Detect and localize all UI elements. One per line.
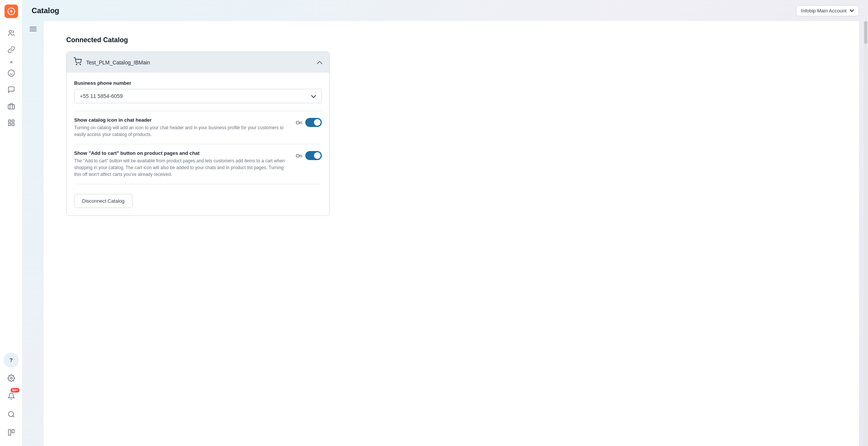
scrollbar-thumb [864, 21, 867, 44]
add-to-cart-toggle-switch[interactable] [305, 151, 322, 160]
svg-point-0 [9, 31, 12, 33]
catalog-icon-toggle-row: Show catalog icon in chat header Turning… [74, 117, 322, 138]
add-to-cart-toggle-text: Show "Add to cart" button on product pag… [74, 150, 290, 178]
help-icon[interactable]: ? [4, 353, 19, 368]
search-icon[interactable] [4, 407, 19, 422]
svg-rect-7 [8, 124, 11, 126]
add-to-cart-toggle-desc: The "Add to cart" button will be availab… [74, 157, 290, 178]
svg-rect-5 [8, 120, 11, 122]
panels-icon[interactable] [4, 425, 19, 440]
svg-rect-6 [12, 120, 14, 122]
app-logo[interactable] [5, 5, 18, 18]
sidebar-bottom: ? 99+ [4, 353, 19, 441]
hamburger-menu[interactable] [23, 21, 44, 446]
catalog-chevron-icon [317, 59, 323, 66]
svg-rect-4 [8, 105, 14, 109]
catalog-header[interactable]: Test_PLM_Catalog_IBMain [67, 52, 329, 73]
catalog-icon-toggle-control: On [296, 117, 322, 127]
catalog-icon-toggle-switch[interactable] [305, 118, 322, 127]
cart-icon [73, 57, 82, 67]
catalog-header-left: Test_PLM_Catalog_IBMain [73, 57, 150, 67]
add-to-cart-toggle-row: Show "Add to cart" button on product pag… [74, 150, 322, 178]
svg-rect-12 [8, 430, 11, 435]
dot-separator [10, 61, 12, 63]
topbar: Catalog Infobip Main Account [23, 0, 868, 21]
phone-number-select[interactable]: +55 11 5854-6059 [74, 89, 322, 103]
catalog-card: Test_PLM_Catalog_IBMain Business phone n… [66, 52, 330, 216]
phone-number-label: Business phone number [74, 80, 322, 86]
phone-select-arrow-icon [311, 93, 316, 99]
chat-icon[interactable] [4, 82, 19, 97]
page-content: Connected Catalog Test_PLM_Catalog_IBMai… [44, 21, 859, 446]
phone-number-value: +55 11 5854-6059 [80, 93, 123, 99]
svg-rect-13 [12, 430, 14, 433]
divider-3 [74, 184, 322, 184]
svg-rect-8 [12, 124, 14, 126]
catalog-body: Business phone number +55 11 5854-6059 [67, 73, 329, 215]
add-to-cart-toggle-label: On [296, 153, 302, 159]
sidebar: ? 99+ [0, 0, 23, 446]
smiley-icon[interactable] [4, 66, 19, 81]
notification-count: 99+ [11, 388, 19, 393]
add-to-cart-toggle-control: On [296, 150, 322, 160]
briefcase-icon[interactable] [4, 99, 19, 114]
account-chevron-icon [850, 8, 854, 13]
people-icon[interactable] [4, 26, 19, 41]
svg-point-1 [8, 70, 14, 76]
svg-point-18 [80, 64, 81, 65]
hamburger-icon [30, 26, 37, 32]
svg-point-9 [10, 377, 12, 379]
catalog-icon-toggle-desc: Turning on catalog will add an icon to y… [74, 124, 290, 138]
account-selector[interactable]: Infobip Main Account [796, 5, 859, 16]
grid-icon[interactable] [4, 115, 19, 130]
section-title: Connected Catalog [66, 36, 836, 44]
disconnect-catalog-button[interactable]: Disconnect Catalog [74, 194, 132, 208]
svg-point-17 [76, 64, 77, 65]
content-area: Connected Catalog Test_PLM_Catalog_IBMai… [23, 21, 868, 446]
svg-point-10 [8, 412, 13, 417]
page-title: Catalog [32, 6, 796, 15]
catalog-name: Test_PLM_Catalog_IBMain [86, 60, 150, 66]
account-name: Infobip Main Account [801, 8, 847, 14]
notifications-icon[interactable]: 99+ [4, 389, 19, 404]
svg-line-11 [12, 416, 14, 417]
main-wrapper: Catalog Infobip Main Account Connected C… [23, 0, 868, 446]
right-scrollbar[interactable] [863, 21, 868, 446]
phone-number-section: Business phone number +55 11 5854-6059 [74, 80, 322, 103]
catalog-icon-toggle-text: Show catalog icon in chat header Turning… [74, 117, 290, 138]
divider-1 [74, 111, 322, 111]
link-icon[interactable] [4, 42, 19, 57]
add-to-cart-toggle-title: Show "Add to cart" button on product pag… [74, 150, 290, 156]
catalog-icon-toggle-label: On [296, 120, 302, 125]
catalog-icon-toggle-title: Show catalog icon in chat header [74, 117, 290, 123]
settings-icon[interactable] [4, 371, 19, 386]
divider-2 [74, 144, 322, 144]
